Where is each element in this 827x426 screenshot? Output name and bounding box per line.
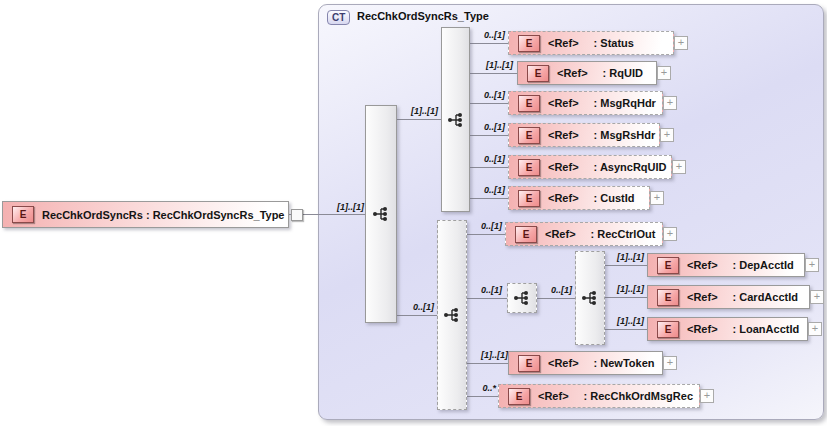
cardinality-label: 0..[1]: [471, 90, 505, 100]
cardinality-label: [1]..[1]: [471, 60, 513, 70]
cardinality-label: 0..[1]: [471, 30, 505, 40]
connector-line: [537, 298, 575, 299]
connector-line: [605, 329, 647, 330]
element-node-recctrlout[interactable]: E <Ref> : RecCtrlOut +: [505, 222, 663, 246]
element-node-newtoken[interactable]: E <Ref> : NewToken +: [508, 351, 663, 375]
element-type-icon: E: [657, 321, 679, 338]
element-type-icon: E: [515, 226, 537, 243]
element-node-asyncrquid[interactable]: E <Ref> : AsyncRqUID +: [508, 155, 672, 179]
element-ref: <Ref>: [548, 357, 579, 369]
element-node-loanacctid[interactable]: E <Ref> : LoanAcctId +: [647, 317, 808, 341]
connector-line: [467, 363, 508, 364]
cardinality-label: [1]..[1]: [398, 106, 438, 116]
cardinality-label: 0..[1]: [471, 154, 505, 164]
element-name: : MsgRsHdr: [594, 129, 656, 141]
expand-icon[interactable]: +: [657, 66, 671, 80]
cardinality-label: [1]..[1]: [604, 252, 644, 262]
element-name: : AsyncRqUID: [594, 161, 667, 173]
root-element[interactable]: E RecChkOrdSyncRs : RecChkOrdSyncRs_Type: [2, 201, 289, 228]
cardinality-label: 0..[1]: [471, 185, 505, 195]
element-ref: <Ref>: [548, 37, 579, 49]
element-ref: <Ref>: [548, 192, 579, 204]
sequence-compositor-accounts[interactable]: [575, 251, 605, 345]
element-name: : CardAcctId: [733, 291, 798, 303]
connector-line: [470, 73, 517, 74]
collapse-handle[interactable]: [291, 209, 303, 221]
cardinality-label: 0..[1]: [398, 302, 434, 312]
element-name: : CustId: [594, 192, 635, 204]
element-node-depacctid[interactable]: E <Ref> : DepAcctId +: [647, 253, 805, 277]
cardinality-label: [1]..[1]: [604, 316, 644, 326]
element-name: : LoanAcctId: [733, 323, 800, 335]
element-type-icon: E: [518, 127, 540, 144]
schema-diagram: CT RecChkOrdSyncRs_Type [1]..[1] [1]..[1…: [0, 0, 827, 426]
element-node-status[interactable]: E <Ref> : Status +: [508, 31, 674, 55]
element-node-msgrshdr[interactable]: E <Ref> : MsgRsHdr +: [508, 123, 660, 147]
connector-line: [470, 103, 508, 104]
element-type-icon: E: [657, 289, 679, 306]
element-ref: <Ref>: [687, 323, 718, 335]
connector-line: [605, 297, 647, 298]
expand-icon[interactable]: +: [674, 36, 688, 50]
element-ref: <Ref>: [548, 161, 579, 173]
sequence-icon: [581, 290, 599, 306]
element-ref: <Ref>: [548, 129, 579, 141]
sequence-icon: [372, 206, 390, 222]
connector-line: [470, 198, 508, 199]
expand-icon[interactable]: +: [663, 96, 677, 110]
cardinality-label: [1]..[1]: [604, 284, 644, 294]
expand-icon[interactable]: +: [700, 389, 714, 403]
element-type-icon: E: [527, 65, 549, 82]
cardinality-label: 0..[1]: [468, 221, 502, 231]
root-element-label: RecChkOrdSyncRs : RecChkOrdSyncRs_Type: [42, 209, 285, 221]
element-ref: <Ref>: [538, 390, 569, 402]
element-node-custid[interactable]: E <Ref> : CustId +: [508, 186, 650, 210]
element-node-rquid[interactable]: E <Ref> : RqUID +: [517, 61, 657, 85]
expand-icon[interactable]: +: [810, 290, 824, 304]
element-ref: <Ref>: [545, 228, 576, 240]
sequence-compositor-inner[interactable]: [507, 283, 537, 313]
element-type-icon: E: [518, 159, 540, 176]
connector-line: [467, 298, 507, 299]
element-node-cardacctid[interactable]: E <Ref> : CardAcctId +: [647, 285, 810, 309]
cardinality-label: [1]..[1]: [466, 350, 508, 360]
element-type-icon: E: [518, 35, 540, 52]
connector-line: [397, 315, 437, 316]
element-name: : RecCtrlOut: [591, 228, 656, 240]
sequence-compositor-bottom[interactable]: [437, 220, 467, 410]
expand-icon[interactable]: +: [672, 160, 686, 174]
cardinality-label: 0..[1]: [471, 122, 505, 132]
connector-line: [470, 167, 508, 168]
sequence-compositor-main[interactable]: [365, 105, 397, 323]
element-name: : RecChkOrdMsgRec: [584, 390, 693, 402]
element-ref: <Ref>: [548, 97, 579, 109]
connector-line: [467, 234, 505, 235]
element-ref: <Ref>: [687, 259, 718, 271]
cardinality-label: 0..[1]: [468, 285, 502, 295]
cardinality-label: 0..[1]: [538, 285, 572, 295]
element-ref: <Ref>: [557, 67, 588, 79]
cardinality-label: [1]..[1]: [324, 202, 364, 212]
expand-icon[interactable]: +: [650, 191, 664, 205]
connector-line: [470, 135, 508, 136]
element-name: : DepAcctId: [733, 259, 794, 271]
element-name: : MsgRqHdr: [594, 97, 656, 109]
element-type-icon: E: [518, 355, 540, 372]
element-node-recchkordmsgrec[interactable]: E <Ref> : RecChkOrdMsgRec +: [498, 384, 700, 408]
element-node-msgrqhdr[interactable]: E <Ref> : MsgRqHdr +: [508, 91, 663, 115]
element-ref: <Ref>: [687, 291, 718, 303]
sequence-compositor-top[interactable]: [441, 27, 470, 212]
element-type-icon: E: [518, 190, 540, 207]
complex-type-title: RecChkOrdSyncRs_Type: [357, 10, 489, 22]
expand-icon[interactable]: +: [805, 258, 819, 272]
element-name: : RqUID: [603, 67, 643, 79]
expand-icon[interactable]: +: [663, 356, 677, 370]
expand-icon[interactable]: +: [660, 128, 674, 142]
element-type-icon: E: [12, 206, 34, 223]
element-type-icon: E: [657, 257, 679, 274]
connector-line: [397, 119, 441, 120]
element-type-icon: E: [508, 388, 530, 405]
expand-icon[interactable]: +: [663, 227, 677, 241]
connector-line: [467, 396, 498, 397]
expand-icon[interactable]: +: [808, 322, 822, 336]
